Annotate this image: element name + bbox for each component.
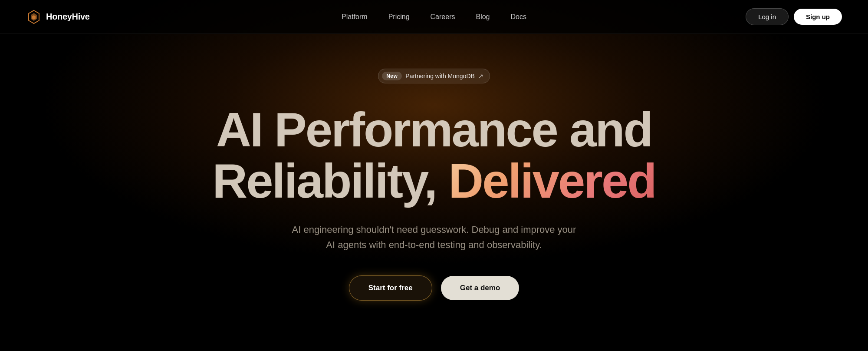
nav-careers[interactable]: Careers xyxy=(422,10,464,24)
nav-actions: Log in Sign up xyxy=(746,8,842,25)
start-free-button[interactable]: Start for free xyxy=(349,275,432,301)
hero-headline: AI Performance and Reliability, Delivere… xyxy=(212,104,655,206)
signup-button[interactable]: Sign up xyxy=(794,9,842,25)
nav-links: Platform Pricing Careers Blog Docs xyxy=(333,10,535,24)
logo-icon xyxy=(26,9,42,25)
badge-text: Partnering with MongoDB xyxy=(405,73,475,79)
badge-arrow-icon: ↗ xyxy=(478,73,483,79)
cta-group: Start for free Get a demo xyxy=(349,275,519,301)
hero-section: New Partnering with MongoDB ↗ AI Perform… xyxy=(0,34,868,301)
login-button[interactable]: Log in xyxy=(746,8,789,25)
announcement-badge[interactable]: New Partnering with MongoDB ↗ xyxy=(378,69,490,83)
headline-reliability: Reliability, xyxy=(212,154,436,208)
nav-blog[interactable]: Blog xyxy=(467,10,498,24)
nav-platform[interactable]: Platform xyxy=(333,10,376,24)
nav-docs[interactable]: Docs xyxy=(502,10,535,24)
badge-new-label: New xyxy=(382,72,402,80)
hero-subheading: AI engineering shouldn't need guesswork.… xyxy=(286,222,582,252)
logo[interactable]: HoneyHive xyxy=(26,9,90,25)
headline-line2: Reliability, Delivered xyxy=(212,156,655,207)
headline-line1: AI Performance and xyxy=(212,104,655,156)
logo-text: HoneyHive xyxy=(46,12,90,22)
get-demo-button[interactable]: Get a demo xyxy=(441,276,519,300)
navbar: HoneyHive Platform Pricing Careers Blog … xyxy=(0,0,868,34)
nav-pricing[interactable]: Pricing xyxy=(380,10,418,24)
headline-delivered: Delivered xyxy=(448,154,655,208)
